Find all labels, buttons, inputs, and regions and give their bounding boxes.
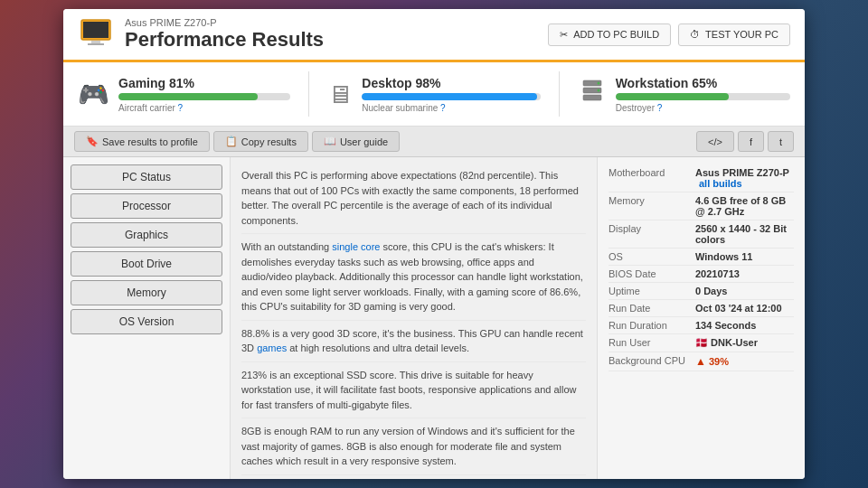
svg-point-9 — [597, 96, 599, 99]
run-date-label: Run Date — [609, 303, 690, 314]
display-row: Display 2560 x 1440 - 32 Bit colors — [609, 221, 794, 249]
os-version-button[interactable]: OS Version — [71, 309, 222, 334]
motherboard-value: Asus PRIME Z270-P all builds — [695, 167, 794, 189]
gaming-title: Gaming 81% — [118, 76, 290, 90]
workstation-info: Workstation 65% Destroyer ? — [616, 76, 790, 113]
gaming-subtitle: Aircraft carrier ? — [118, 103, 290, 113]
svg-point-8 — [597, 89, 599, 91]
desktop-bar-fill — [362, 93, 536, 100]
games-link[interactable]: games — [257, 343, 287, 353]
pc-status-button[interactable]: PC Status — [71, 164, 222, 190]
categories-panel: PC Status Processor Graphics Boot Drive … — [63, 157, 231, 479]
twitter-button[interactable]: t — [768, 131, 794, 152]
run-user-label: Run User — [609, 337, 690, 349]
svg-point-7 — [597, 81, 599, 84]
memory-label: Memory — [609, 195, 690, 217]
twitter-icon: t — [779, 136, 782, 147]
header: Asus PRIME Z270-P Performance Results ✂ … — [63, 9, 805, 62]
boot-drive-button[interactable]: Boot Drive — [71, 251, 222, 277]
processor-button[interactable]: Processor — [71, 193, 222, 219]
single-core-link[interactable]: single core — [332, 241, 380, 252]
memory-value: 4.6 GB free of 8 GB @ 2.7 GHz — [695, 195, 794, 217]
memory-button[interactable]: Memory — [71, 280, 222, 305]
display-label: Display — [609, 223, 690, 245]
descriptions-panel: Overall this PC is performing above expe… — [231, 157, 597, 479]
bios-row: BIOS Date 20210713 — [609, 266, 794, 283]
motherboard-label: Motherboard — [609, 167, 690, 189]
book-icon: 📖 — [324, 136, 336, 147]
test-pc-label: TEST YOUR PC — [705, 29, 778, 40]
svg-rect-2 — [91, 41, 100, 43]
uptime-label: Uptime — [609, 286, 690, 296]
user-guide-button[interactable]: 📖 User guide — [312, 131, 400, 152]
score-divider-1 — [308, 71, 309, 117]
os-value: Windows 11 — [695, 251, 752, 262]
gaming-info: Gaming 81% Aircraft carrier ? — [118, 76, 290, 113]
workstation-bar — [616, 93, 790, 100]
header-right: ✂ ADD TO PC BUILD ⏱ TEST YOUR PC — [548, 23, 790, 46]
desktop-bar — [362, 93, 540, 100]
gaming-info-icon[interactable]: ? — [178, 103, 184, 113]
copy-label: Copy results — [241, 136, 297, 147]
header-left: Asus PRIME Z270-P Performance Results — [78, 16, 324, 52]
memory-description: 8GB is enough RAM to run any version of … — [241, 418, 586, 475]
main-panel: Asus PRIME Z270-P Performance Results ✂ … — [63, 9, 805, 479]
bg-cpu-label: Background CPU — [609, 355, 690, 368]
add-build-label: ADD TO PC BUILD — [573, 29, 659, 40]
memory-row: Memory 4.6 GB free of 8 GB @ 2.7 GHz — [609, 192, 794, 221]
workstation-score: Workstation 65% Destroyer ? — [578, 76, 790, 113]
workstation-bar-fill — [616, 93, 730, 100]
run-date-value: Oct 03 '24 at 12:00 — [695, 303, 782, 314]
scores-row: 🎮 Gaming 81% Aircraft carrier ? 🖥 Deskto… — [63, 62, 805, 127]
add-to-build-button[interactable]: ✂ ADD TO PC BUILD — [548, 23, 671, 46]
workstation-info-icon[interactable]: ? — [657, 103, 663, 113]
score-divider-2 — [559, 71, 560, 117]
os-description: Windows 11 is the most recent version of… — [241, 475, 586, 480]
desktop-info: Desktop 98% Nuclear submarine ? — [362, 76, 540, 113]
guide-label: User guide — [340, 136, 388, 147]
bookmark-icon: 🔖 — [86, 136, 99, 147]
uptime-value: 0 Days — [695, 286, 727, 296]
all-builds-link[interactable]: all builds — [699, 178, 742, 189]
warning-icon: ▲ — [695, 355, 706, 368]
bios-value: 20210713 — [695, 268, 740, 279]
bg-cpu-value: ▲ 39% — [695, 355, 729, 368]
server-icon — [578, 77, 607, 106]
run-duration-value: 134 Seconds — [695, 320, 756, 331]
desktop-icon: 🖥 — [327, 80, 353, 109]
code-button[interactable]: </> — [696, 131, 734, 152]
desktop-title: Desktop 98% — [362, 76, 540, 90]
run-duration-row: Run Duration 134 Seconds — [609, 317, 794, 334]
actions-spacer — [403, 131, 693, 152]
gaming-icon: 🎮 — [78, 80, 109, 109]
motherboard-row: Motherboard Asus PRIME Z270-P all builds — [609, 164, 794, 192]
run-user-value: 🇩🇰 DNK-User — [695, 337, 758, 349]
gaming-bar — [118, 93, 290, 100]
header-title: Performance Results — [125, 28, 324, 52]
save-results-button[interactable]: 🔖 Save results to profile — [74, 131, 210, 152]
copy-results-button[interactable]: 📋 Copy results — [213, 131, 308, 152]
monitor-icon — [78, 16, 114, 52]
desktop-info-icon[interactable]: ? — [440, 103, 446, 113]
svg-rect-1 — [83, 22, 108, 38]
flag-icon: 🇩🇰 — [695, 337, 708, 348]
code-icon: </> — [708, 136, 722, 147]
left-section: PC Status Processor Graphics Boot Drive … — [63, 157, 597, 479]
header-title-group: Asus PRIME Z270-P Performance Results — [125, 17, 324, 52]
save-label: Save results to profile — [102, 136, 198, 147]
desktop-subtitle: Nuclear submarine ? — [362, 103, 540, 113]
boot-drive-description: 213% is an exceptional SSD score. This d… — [241, 362, 586, 419]
workstation-subtitle: Destroyer ? — [616, 103, 790, 113]
os-row: OS Windows 11 — [609, 249, 794, 266]
run-user-row: Run User 🇩🇰 DNK-User — [609, 334, 794, 352]
header-subtitle: Asus PRIME Z270-P — [125, 17, 324, 28]
run-date-row: Run Date Oct 03 '24 at 12:00 — [609, 300, 794, 317]
display-value: 2560 x 1440 - 32 Bit colors — [695, 223, 794, 245]
pc-status-description: Overall this PC is performing above expe… — [241, 163, 586, 234]
test-pc-button[interactable]: ⏱ TEST YOUR PC — [678, 23, 790, 46]
bios-label: BIOS Date — [609, 268, 690, 279]
os-label: OS — [609, 251, 690, 262]
graphics-button[interactable]: Graphics — [71, 222, 222, 248]
facebook-button[interactable]: f — [738, 131, 764, 152]
bg-cpu-row: Background CPU ▲ 39% — [609, 352, 794, 371]
